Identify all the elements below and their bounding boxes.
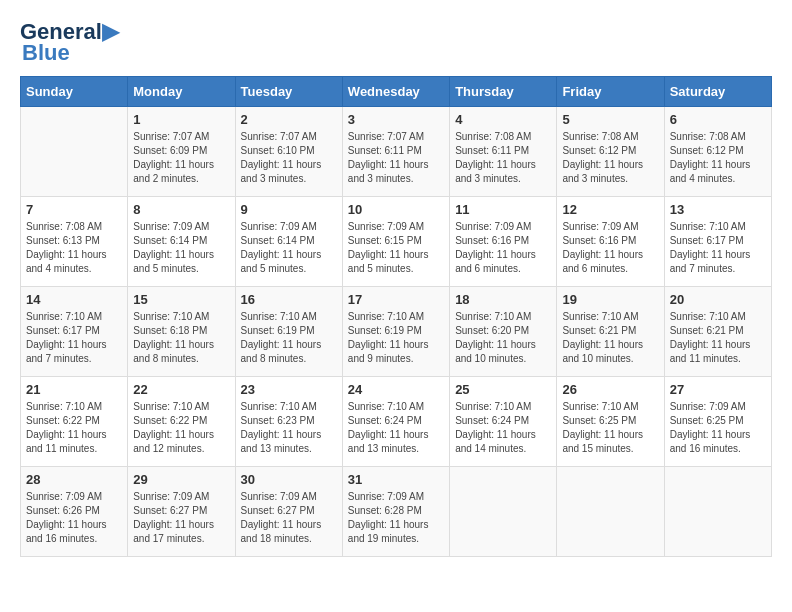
calendar-cell: 19Sunrise: 7:10 AMSunset: 6:21 PMDayligh… bbox=[557, 287, 664, 377]
calendar-cell: 14Sunrise: 7:10 AMSunset: 6:17 PMDayligh… bbox=[21, 287, 128, 377]
weekday-header: Tuesday bbox=[235, 77, 342, 107]
day-info: Sunrise: 7:10 AMSunset: 6:23 PMDaylight:… bbox=[241, 400, 337, 456]
day-number: 7 bbox=[26, 202, 122, 217]
day-number: 20 bbox=[670, 292, 766, 307]
day-info: Sunrise: 7:09 AMSunset: 6:27 PMDaylight:… bbox=[241, 490, 337, 546]
day-number: 18 bbox=[455, 292, 551, 307]
day-number: 21 bbox=[26, 382, 122, 397]
day-info: Sunrise: 7:08 AMSunset: 6:13 PMDaylight:… bbox=[26, 220, 122, 276]
day-number: 16 bbox=[241, 292, 337, 307]
calendar-cell bbox=[450, 467, 557, 557]
calendar-cell: 25Sunrise: 7:10 AMSunset: 6:24 PMDayligh… bbox=[450, 377, 557, 467]
day-number: 4 bbox=[455, 112, 551, 127]
day-info: Sunrise: 7:07 AMSunset: 6:10 PMDaylight:… bbox=[241, 130, 337, 186]
day-info: Sunrise: 7:09 AMSunset: 6:14 PMDaylight:… bbox=[241, 220, 337, 276]
day-info: Sunrise: 7:08 AMSunset: 6:12 PMDaylight:… bbox=[562, 130, 658, 186]
day-number: 8 bbox=[133, 202, 229, 217]
day-info: Sunrise: 7:08 AMSunset: 6:12 PMDaylight:… bbox=[670, 130, 766, 186]
day-number: 23 bbox=[241, 382, 337, 397]
calendar-cell: 15Sunrise: 7:10 AMSunset: 6:18 PMDayligh… bbox=[128, 287, 235, 377]
calendar-cell: 2Sunrise: 7:07 AMSunset: 6:10 PMDaylight… bbox=[235, 107, 342, 197]
calendar-body: 1Sunrise: 7:07 AMSunset: 6:09 PMDaylight… bbox=[21, 107, 772, 557]
day-number: 9 bbox=[241, 202, 337, 217]
day-number: 10 bbox=[348, 202, 444, 217]
calendar-cell: 29Sunrise: 7:09 AMSunset: 6:27 PMDayligh… bbox=[128, 467, 235, 557]
day-info: Sunrise: 7:10 AMSunset: 6:20 PMDaylight:… bbox=[455, 310, 551, 366]
calendar-week-row: 1Sunrise: 7:07 AMSunset: 6:09 PMDaylight… bbox=[21, 107, 772, 197]
day-info: Sunrise: 7:09 AMSunset: 6:28 PMDaylight:… bbox=[348, 490, 444, 546]
weekday-header: Saturday bbox=[664, 77, 771, 107]
calendar-cell: 1Sunrise: 7:07 AMSunset: 6:09 PMDaylight… bbox=[128, 107, 235, 197]
calendar-cell: 21Sunrise: 7:10 AMSunset: 6:22 PMDayligh… bbox=[21, 377, 128, 467]
day-info: Sunrise: 7:07 AMSunset: 6:09 PMDaylight:… bbox=[133, 130, 229, 186]
day-number: 14 bbox=[26, 292, 122, 307]
day-info: Sunrise: 7:10 AMSunset: 6:17 PMDaylight:… bbox=[670, 220, 766, 276]
day-number: 12 bbox=[562, 202, 658, 217]
calendar-cell: 3Sunrise: 7:07 AMSunset: 6:11 PMDaylight… bbox=[342, 107, 449, 197]
weekday-header: Monday bbox=[128, 77, 235, 107]
day-info: Sunrise: 7:09 AMSunset: 6:27 PMDaylight:… bbox=[133, 490, 229, 546]
calendar-week-row: 14Sunrise: 7:10 AMSunset: 6:17 PMDayligh… bbox=[21, 287, 772, 377]
calendar-cell: 17Sunrise: 7:10 AMSunset: 6:19 PMDayligh… bbox=[342, 287, 449, 377]
logo: General▶ Blue bbox=[20, 20, 119, 66]
day-info: Sunrise: 7:09 AMSunset: 6:15 PMDaylight:… bbox=[348, 220, 444, 276]
calendar-cell: 23Sunrise: 7:10 AMSunset: 6:23 PMDayligh… bbox=[235, 377, 342, 467]
weekday-header: Sunday bbox=[21, 77, 128, 107]
calendar-cell: 6Sunrise: 7:08 AMSunset: 6:12 PMDaylight… bbox=[664, 107, 771, 197]
calendar-cell: 30Sunrise: 7:09 AMSunset: 6:27 PMDayligh… bbox=[235, 467, 342, 557]
day-number: 17 bbox=[348, 292, 444, 307]
calendar-cell bbox=[664, 467, 771, 557]
day-number: 15 bbox=[133, 292, 229, 307]
calendar-cell: 27Sunrise: 7:09 AMSunset: 6:25 PMDayligh… bbox=[664, 377, 771, 467]
calendar-cell: 7Sunrise: 7:08 AMSunset: 6:13 PMDaylight… bbox=[21, 197, 128, 287]
day-info: Sunrise: 7:10 AMSunset: 6:17 PMDaylight:… bbox=[26, 310, 122, 366]
day-number: 13 bbox=[670, 202, 766, 217]
calendar-cell: 8Sunrise: 7:09 AMSunset: 6:14 PMDaylight… bbox=[128, 197, 235, 287]
day-info: Sunrise: 7:07 AMSunset: 6:11 PMDaylight:… bbox=[348, 130, 444, 186]
calendar-cell: 13Sunrise: 7:10 AMSunset: 6:17 PMDayligh… bbox=[664, 197, 771, 287]
calendar-cell: 4Sunrise: 7:08 AMSunset: 6:11 PMDaylight… bbox=[450, 107, 557, 197]
day-info: Sunrise: 7:09 AMSunset: 6:25 PMDaylight:… bbox=[670, 400, 766, 456]
day-info: Sunrise: 7:08 AMSunset: 6:11 PMDaylight:… bbox=[455, 130, 551, 186]
day-number: 2 bbox=[241, 112, 337, 127]
calendar-cell bbox=[557, 467, 664, 557]
day-number: 6 bbox=[670, 112, 766, 127]
calendar-week-row: 28Sunrise: 7:09 AMSunset: 6:26 PMDayligh… bbox=[21, 467, 772, 557]
day-number: 31 bbox=[348, 472, 444, 487]
day-info: Sunrise: 7:10 AMSunset: 6:25 PMDaylight:… bbox=[562, 400, 658, 456]
day-info: Sunrise: 7:10 AMSunset: 6:24 PMDaylight:… bbox=[455, 400, 551, 456]
day-number: 22 bbox=[133, 382, 229, 397]
calendar-cell: 22Sunrise: 7:10 AMSunset: 6:22 PMDayligh… bbox=[128, 377, 235, 467]
page-header: General▶ Blue bbox=[20, 20, 772, 66]
day-info: Sunrise: 7:10 AMSunset: 6:19 PMDaylight:… bbox=[241, 310, 337, 366]
day-info: Sunrise: 7:10 AMSunset: 6:21 PMDaylight:… bbox=[670, 310, 766, 366]
day-number: 25 bbox=[455, 382, 551, 397]
calendar-cell: 24Sunrise: 7:10 AMSunset: 6:24 PMDayligh… bbox=[342, 377, 449, 467]
day-number: 19 bbox=[562, 292, 658, 307]
calendar-cell: 20Sunrise: 7:10 AMSunset: 6:21 PMDayligh… bbox=[664, 287, 771, 377]
day-info: Sunrise: 7:10 AMSunset: 6:18 PMDaylight:… bbox=[133, 310, 229, 366]
day-number: 27 bbox=[670, 382, 766, 397]
calendar-cell: 9Sunrise: 7:09 AMSunset: 6:14 PMDaylight… bbox=[235, 197, 342, 287]
day-number: 24 bbox=[348, 382, 444, 397]
day-info: Sunrise: 7:09 AMSunset: 6:16 PMDaylight:… bbox=[455, 220, 551, 276]
day-number: 28 bbox=[26, 472, 122, 487]
calendar-header: SundayMondayTuesdayWednesdayThursdayFrid… bbox=[21, 77, 772, 107]
weekday-header: Friday bbox=[557, 77, 664, 107]
calendar-week-row: 21Sunrise: 7:10 AMSunset: 6:22 PMDayligh… bbox=[21, 377, 772, 467]
day-number: 29 bbox=[133, 472, 229, 487]
day-info: Sunrise: 7:09 AMSunset: 6:26 PMDaylight:… bbox=[26, 490, 122, 546]
day-number: 11 bbox=[455, 202, 551, 217]
calendar-cell: 31Sunrise: 7:09 AMSunset: 6:28 PMDayligh… bbox=[342, 467, 449, 557]
day-info: Sunrise: 7:09 AMSunset: 6:14 PMDaylight:… bbox=[133, 220, 229, 276]
day-info: Sunrise: 7:10 AMSunset: 6:19 PMDaylight:… bbox=[348, 310, 444, 366]
calendar-table: SundayMondayTuesdayWednesdayThursdayFrid… bbox=[20, 76, 772, 557]
day-number: 1 bbox=[133, 112, 229, 127]
day-number: 30 bbox=[241, 472, 337, 487]
calendar-cell bbox=[21, 107, 128, 197]
day-info: Sunrise: 7:10 AMSunset: 6:22 PMDaylight:… bbox=[26, 400, 122, 456]
calendar-cell: 16Sunrise: 7:10 AMSunset: 6:19 PMDayligh… bbox=[235, 287, 342, 377]
calendar-week-row: 7Sunrise: 7:08 AMSunset: 6:13 PMDaylight… bbox=[21, 197, 772, 287]
weekday-header: Thursday bbox=[450, 77, 557, 107]
calendar-cell: 26Sunrise: 7:10 AMSunset: 6:25 PMDayligh… bbox=[557, 377, 664, 467]
